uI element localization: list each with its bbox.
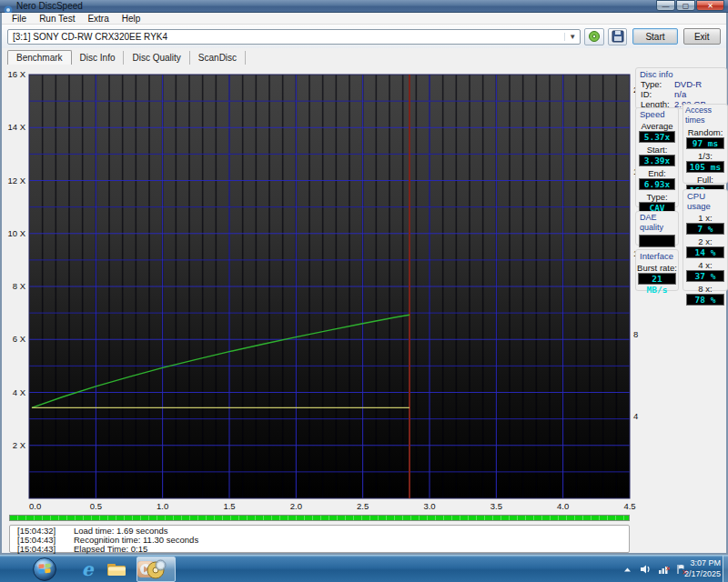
clock-time: 3:07 PM: [684, 557, 721, 568]
x-tick-label: 4.0: [557, 501, 569, 511]
maximize-button[interactable]: ▢: [676, 0, 695, 11]
tab-bar: Benchmark Disc Info Disc Quality ScanDis…: [7, 50, 246, 65]
taskbar-internet-explorer[interactable]: e: [75, 558, 100, 580]
y-right-tick-label: 8: [633, 329, 638, 339]
menubar: File Run Test Extra Help: [2, 13, 726, 25]
interface-group: Interface Burst rate: 21 MB/s: [635, 249, 679, 291]
group-title: DAE quality: [640, 213, 678, 233]
app-window: Nero DiscSpeed — ▢ ✕ File Run Test Extra…: [0, 0, 728, 555]
chevron-down-icon[interactable]: ▼: [564, 33, 580, 41]
app-icon: [4, 2, 13, 11]
stat-value: 105 ms: [686, 161, 724, 173]
exit-button[interactable]: Exit: [683, 28, 721, 45]
show-desktop-button[interactable]: [723, 556, 728, 582]
menu-help[interactable]: Help: [116, 14, 147, 24]
desktop: Nero DiscSpeed — ▢ ✕ File Run Test Extra…: [0, 0, 728, 582]
progress-bar: [9, 515, 630, 521]
tab-disc-quality[interactable]: Disc Quality: [124, 51, 189, 65]
y-left-tick-label: 2 X: [13, 440, 26, 450]
cpu-8x: 8 x: 78 %: [683, 284, 727, 306]
tab-disc-info[interactable]: Disc Info: [72, 51, 125, 65]
cpu-4x: 4 x: 37 %: [683, 260, 727, 282]
x-tick-label: 1.5: [223, 501, 235, 511]
benchmark-chart: 2 X4 X6 X8 X10 X12 X14 X16 X481216200.00…: [2, 64, 650, 518]
dae-quality-value: [636, 235, 678, 247]
svg-text:✕: ✕: [665, 565, 670, 573]
speed-average: Average 5.37x: [636, 121, 678, 143]
y-left-tick-label: 8 X: [13, 281, 26, 291]
group-title: Interface: [640, 251, 678, 261]
network-status-button[interactable]: ✕: [658, 564, 670, 576]
access-one-third: 1/3: 105 ms: [683, 151, 727, 173]
cpu-2x: 2 x: 14 %: [683, 236, 727, 258]
minimize-button[interactable]: —: [656, 0, 675, 11]
speed-start: Start: 3.39x: [636, 145, 678, 166]
taskbar-file-explorer[interactable]: [104, 558, 129, 580]
window-title: Nero DiscSpeed: [16, 0, 83, 13]
row-label: ID:: [641, 89, 674, 99]
y-left-tick-label: 4 X: [13, 387, 26, 397]
x-tick-label: 3.0: [423, 501, 435, 511]
menu-extra[interactable]: Extra: [81, 14, 115, 24]
disc-info-row: ID: n/a: [641, 89, 726, 99]
tab-benchmark[interactable]: Benchmark: [7, 50, 72, 65]
taskbar-nero-discspeed-active[interactable]: [136, 557, 176, 582]
x-tick-label: 2.0: [290, 501, 302, 511]
disc-info-row: Type: DVD-R: [641, 79, 726, 89]
group-title: Disc info: [640, 69, 726, 79]
menu-file[interactable]: File: [5, 14, 33, 24]
stat-value: 7 %: [686, 223, 724, 235]
y-right-tick-label: 4: [633, 411, 638, 421]
y-left-tick-label: 16 X: [7, 69, 25, 79]
stat-label: Full:: [683, 175, 727, 185]
speed-end: End: 6.93x: [636, 168, 678, 190]
log-timestamp: [15:04:43]: [17, 545, 74, 554]
stat-value: 6.93x: [639, 178, 675, 190]
folder-icon: [106, 561, 126, 577]
stat-value: 3.39x: [639, 155, 675, 166]
taskbar-clock[interactable]: 3:07 PM 2/17/2025: [684, 557, 721, 579]
clock-date: 2/17/2025: [684, 568, 721, 579]
x-tick-label: 0.5: [90, 501, 102, 511]
start-menu-button[interactable]: [33, 557, 56, 581]
system-tray: ✕ ✕: [622, 556, 688, 582]
tab-scandisc[interactable]: ScanDisc: [190, 51, 246, 65]
stat-value: 97 ms: [686, 137, 724, 149]
save-button[interactable]: [608, 28, 628, 45]
network-icon: ✕: [658, 564, 670, 575]
stat-label: 1 x:: [683, 213, 727, 223]
group-title: CPU usage: [687, 191, 727, 211]
stat-value: 37 %: [686, 270, 724, 282]
stat-label: 4 x:: [683, 260, 727, 270]
y-left-tick-label: 6 X: [13, 334, 26, 344]
x-tick-label: 0.0: [29, 501, 41, 511]
volume-button[interactable]: [640, 564, 652, 576]
stat-label: Burst rate:: [636, 263, 678, 273]
menu-run-test[interactable]: Run Test: [33, 14, 81, 24]
x-tick-label: 1.0: [157, 501, 168, 511]
stat-value: 14 %: [686, 246, 724, 258]
x-tick-label: 4.5: [623, 501, 635, 511]
stat-value: 78 %: [686, 294, 724, 306]
stat-value: [639, 235, 675, 247]
stat-value: 21 MB/s: [638, 273, 676, 285]
row-label: Type:: [641, 79, 674, 89]
window-controls: — ▢ ✕: [656, 0, 724, 11]
show-hidden-icons-button[interactable]: [622, 564, 633, 576]
y-left-tick-label: 12 X: [7, 176, 25, 186]
nero-discspeed-icon: [146, 558, 167, 580]
stat-label: Random:: [683, 127, 727, 137]
start-button[interactable]: Start: [632, 28, 677, 45]
stat-label: Type:: [636, 192, 678, 202]
y-left-tick-label: 10 X: [7, 228, 25, 238]
row-value: DVD-R: [674, 79, 702, 89]
stat-label: 8 x:: [683, 284, 727, 294]
toolbar: [3:1] SONY CD-RW CRX320EE RYK4 ▼ Start E…: [2, 25, 726, 48]
eject-disc-button[interactable]: [584, 28, 604, 45]
cpu-1x: 1 x: 7 %: [683, 213, 727, 235]
internet-explorer-icon: e: [82, 558, 94, 580]
close-button[interactable]: ✕: [696, 0, 724, 11]
drive-selector-value: [3:1] SONY CD-RW CRX320EE RYK4: [13, 32, 167, 42]
log-text: Elapsed Time: 0:15: [74, 545, 147, 554]
drive-selector[interactable]: [3:1] SONY CD-RW CRX320EE RYK4 ▼: [7, 29, 581, 45]
